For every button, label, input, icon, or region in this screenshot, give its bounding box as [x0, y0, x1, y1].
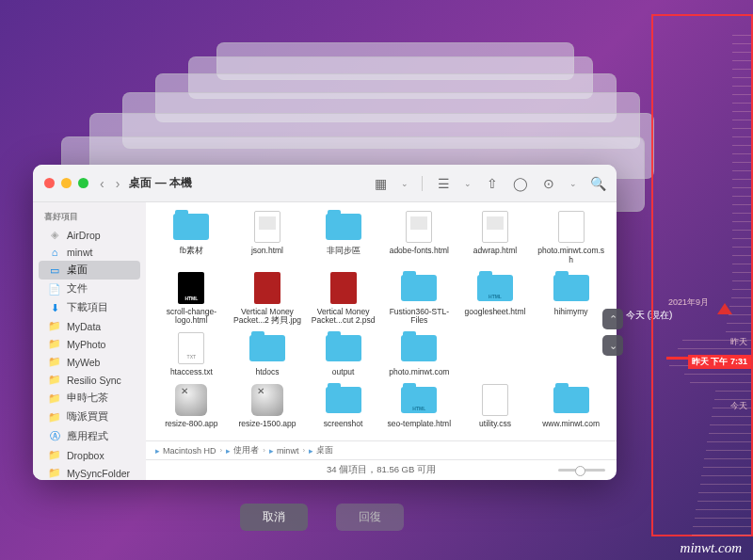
- file-icon: [170, 383, 212, 417]
- file-item-22[interactable]: utility.css: [459, 381, 532, 431]
- sidebar-label: 嗨派買買: [67, 410, 108, 424]
- file-icon: [398, 331, 440, 365]
- file-item-2[interactable]: 非同步區: [307, 208, 379, 267]
- file-item-10[interactable]: googlesheet.html: [459, 269, 532, 328]
- nav-arrows: ‹ ›: [100, 176, 120, 191]
- sidebar-label: 下載項目: [67, 301, 108, 314]
- file-label: json.html: [251, 247, 283, 256]
- traffic-lights: [44, 178, 88, 188]
- file-icon: [323, 383, 364, 417]
- sidebar-item-9[interactable]: 📁申時七茶: [39, 389, 140, 408]
- file-label: photo.minwt.com: [389, 368, 449, 377]
- icon-size-slider[interactable]: [558, 469, 605, 472]
- sidebar-item-4[interactable]: ⬇下載項目: [39, 298, 140, 317]
- sidebar-item-13[interactable]: 📁MySyncFolder: [39, 464, 140, 480]
- path-segment-3[interactable]: ▸ 桌面: [309, 444, 333, 456]
- file-item-19[interactable]: resize-1500.app: [232, 381, 304, 431]
- sidebar-icon: ▭: [48, 264, 61, 277]
- sidebar: 喜好項目 ◈AirDrop⌂minwt▭桌面📄文件⬇下載項目📁MyData📁My…: [33, 202, 146, 480]
- file-label: adobe-fonts.html: [390, 247, 449, 256]
- file-icon: [398, 210, 440, 244]
- file-item-14[interactable]: output: [307, 329, 379, 379]
- file-label: hihimymy: [554, 308, 588, 317]
- file-item-18[interactable]: resize-800.app: [155, 381, 228, 431]
- zoom-button[interactable]: [78, 178, 88, 188]
- path-segment-2[interactable]: ▸ minwt: [269, 446, 299, 456]
- tag-icon[interactable]: ◯: [513, 176, 528, 191]
- sidebar-item-8[interactable]: 📁Resilio Sync: [39, 371, 140, 389]
- sidebar-item-1[interactable]: ⌂minwt: [39, 244, 140, 261]
- sidebar-icon: 📁: [48, 374, 61, 386]
- file-item-8[interactable]: Vertical Money Packet...cut 2.psd: [307, 269, 379, 328]
- grid-view-icon[interactable]: ▦: [373, 176, 388, 191]
- tm-up-button[interactable]: ⌃: [602, 309, 623, 329]
- sidebar-item-10[interactable]: 📁嗨派買買: [39, 408, 140, 426]
- sidebar-label: 申時七茶: [67, 392, 108, 405]
- file-item-4[interactable]: adwrap.html: [459, 208, 532, 267]
- file-item-5[interactable]: photo.minwt.com.sh: [535, 208, 607, 267]
- file-icon: [170, 210, 212, 244]
- timeline[interactable]: 2021年9月 昨天 昨天 下午 7:31 今天: [651, 14, 753, 536]
- file-icon: [474, 271, 516, 305]
- sidebar-item-3[interactable]: 📄文件: [39, 280, 140, 298]
- file-item-12[interactable]: htaccess.txt: [155, 329, 228, 379]
- restore-button[interactable]: 回復: [336, 504, 404, 531]
- sidebar-label: Resilio Sync: [67, 375, 121, 386]
- file-item-15[interactable]: photo.minwt.com: [383, 329, 456, 379]
- sidebar-item-7[interactable]: 📁MyWeb: [39, 353, 140, 371]
- search-icon[interactable]: 🔍: [590, 176, 605, 191]
- file-item-3[interactable]: adobe-fonts.html: [383, 208, 456, 267]
- path-segment-1[interactable]: ▸ 使用者: [226, 444, 259, 456]
- file-label: Vertical Money Packet...2 拷貝.jpg: [233, 308, 302, 327]
- file-item-0[interactable]: fb素材: [155, 208, 228, 267]
- file-item-20[interactable]: screenshot: [307, 381, 379, 431]
- titlebar: ‹ › 桌面 — 本機 ▦ ⌄ ☰ ⌄ ⇧ ◯ ⊙ ⌄ 🔍: [33, 165, 617, 202]
- file-icon: HTML: [170, 271, 212, 305]
- path-segment-0[interactable]: ▸ Macintosh HD: [155, 446, 216, 456]
- file-icon: [474, 210, 516, 244]
- sidebar-icon: 📁: [48, 449, 61, 461]
- sidebar-icon: ◈: [48, 229, 61, 241]
- sidebar-section-label: 喜好項目: [33, 208, 146, 226]
- forward-button[interactable]: ›: [116, 176, 120, 191]
- sidebar-item-6[interactable]: 📁MyPhoto: [39, 335, 140, 353]
- file-item-11[interactable]: hihimymy: [535, 269, 607, 328]
- timeline-marker-icon: [717, 303, 732, 314]
- sidebar-item-12[interactable]: 📁Dropbox: [39, 446, 140, 464]
- group-icon[interactable]: ☰: [436, 176, 451, 191]
- file-icon: [398, 383, 440, 417]
- sidebar-icon: 📁: [48, 356, 61, 368]
- file-item-9[interactable]: Fustion360-STL-Files: [383, 269, 456, 328]
- minimize-button[interactable]: [61, 178, 72, 188]
- timeline-active-snapshot[interactable]: 昨天 下午 7:31: [688, 355, 751, 369]
- file-item-21[interactable]: seo-template.html: [383, 381, 456, 431]
- sidebar-item-0[interactable]: ◈AirDrop: [39, 226, 140, 244]
- file-item-1[interactable]: json.html: [232, 208, 304, 267]
- file-label: htdocs: [255, 368, 279, 377]
- file-label: Vertical Money Packet...cut 2.psd: [309, 308, 377, 327]
- sidebar-icon: ⌂: [48, 247, 61, 258]
- file-item-7[interactable]: Vertical Money Packet...2 拷貝.jpg: [232, 269, 304, 328]
- file-label: photo.minwt.com.sh: [537, 247, 605, 265]
- file-icon: [398, 271, 440, 305]
- sidebar-label: MyWeb: [67, 357, 100, 368]
- file-label: utility.css: [479, 420, 511, 429]
- sidebar-label: MyData: [67, 321, 101, 332]
- file-item-23[interactable]: www.minwt.com: [535, 381, 607, 431]
- action-icon[interactable]: ⊙: [541, 176, 556, 191]
- file-item-13[interactable]: htdocs: [232, 329, 304, 379]
- file-label: seo-template.html: [388, 420, 452, 429]
- back-button[interactable]: ‹: [100, 176, 104, 191]
- share-icon[interactable]: ⇧: [485, 176, 500, 191]
- close-button[interactable]: [44, 178, 55, 188]
- sidebar-icon: ⬇: [48, 302, 61, 314]
- sidebar-item-2[interactable]: ▭桌面: [39, 261, 140, 280]
- sidebar-icon: 📄: [48, 283, 61, 296]
- file-item-6[interactable]: HTMLscroll-change-logo.html: [155, 269, 228, 328]
- sidebar-item-5[interactable]: 📁MyData: [39, 317, 140, 335]
- sidebar-item-11[interactable]: Ⓐ應用程式: [39, 426, 140, 446]
- cancel-button[interactable]: 取消: [240, 504, 308, 531]
- sidebar-icon: Ⓐ: [48, 429, 61, 443]
- sidebar-icon: 📁: [48, 338, 61, 350]
- tm-down-button[interactable]: ⌄: [602, 335, 623, 356]
